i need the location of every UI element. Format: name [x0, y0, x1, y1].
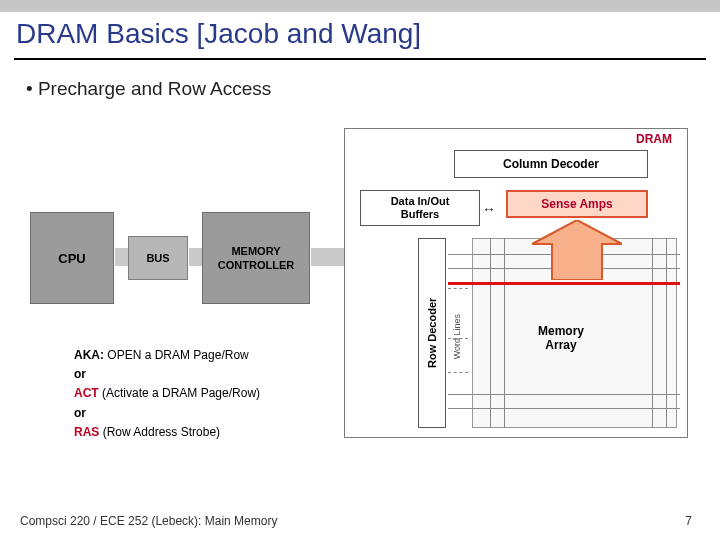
column-decoder-block: Column Decoder: [454, 150, 648, 178]
aka-ras: RAS: [74, 425, 99, 439]
row-to-senseamps-arrow-icon: [532, 220, 622, 280]
connector-cpu-bus: [115, 248, 128, 266]
page-number: 7: [685, 514, 692, 528]
wordline-stub: [448, 338, 468, 339]
dram-label: DRAM: [636, 132, 672, 146]
wordline-stub: [448, 372, 468, 373]
connector-bus-mc: [189, 248, 202, 266]
memory-controller-block: MEMORYCONTROLLER: [202, 212, 310, 304]
aka-open: OPEN a DRAM Page/Row: [104, 348, 249, 362]
wordline-stub: [448, 288, 468, 289]
wordline: [448, 408, 680, 409]
cpu-block: CPU: [30, 212, 114, 304]
title-underline: [14, 58, 706, 60]
memory-array-label: MemoryArray: [538, 324, 584, 352]
bidirectional-arrow-icon: ↔: [482, 201, 496, 217]
bitline: [504, 238, 505, 428]
row-decoder-block: Row Decoder: [418, 238, 446, 428]
svg-marker-0: [532, 220, 622, 280]
footer-course: Compsci 220 / ECE 252 (Lebeck): Main Mem…: [20, 514, 277, 528]
sense-amps-block: Sense Amps: [506, 190, 648, 218]
aka-ras-rest: (Row Address Strobe): [99, 425, 220, 439]
bitline: [490, 238, 491, 428]
bitline: [652, 238, 653, 428]
dram-diagram: DRAM CPU BUS MEMORYCONTROLLER Column Dec…: [30, 128, 690, 458]
data-buffers-block: Data In/OutBuffers: [360, 190, 480, 226]
bitline: [666, 238, 667, 428]
aka-prefix: AKA:: [74, 348, 104, 362]
top-stripe: [0, 0, 720, 12]
aka-caption: AKA: OPEN a DRAM Page/Row or ACT (Activa…: [74, 346, 260, 442]
aka-act-rest: (Activate a DRAM Page/Row): [99, 386, 260, 400]
aka-act: ACT: [74, 386, 99, 400]
connector-mc-dram: [311, 248, 344, 266]
word-lines-label: Word Lines: [452, 314, 462, 359]
active-row-highlight: [448, 282, 680, 285]
bullet-precharge: Precharge and Row Access: [26, 78, 271, 100]
slide-title: DRAM Basics [Jacob and Wang]: [16, 18, 421, 50]
aka-or1: or: [74, 367, 86, 381]
bus-block: BUS: [128, 236, 188, 280]
wordline: [448, 394, 680, 395]
aka-or2: or: [74, 406, 86, 420]
